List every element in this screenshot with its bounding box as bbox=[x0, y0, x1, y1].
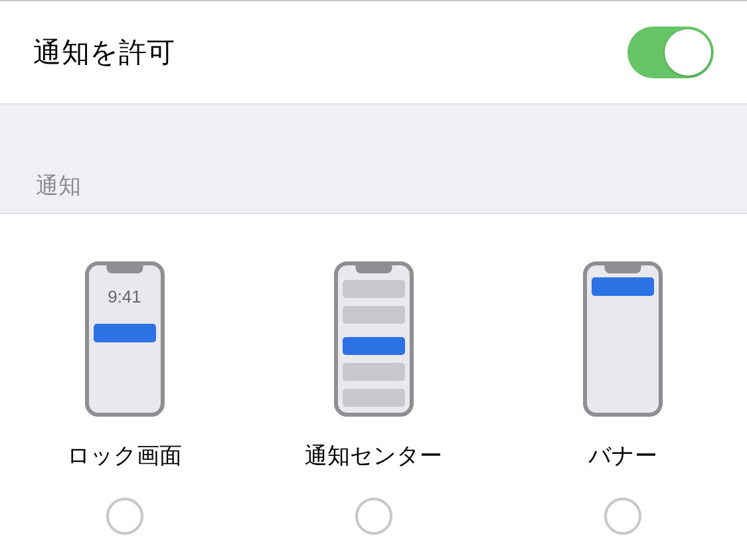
phone-notch-icon bbox=[106, 265, 143, 273]
toggle-knob-icon bbox=[665, 29, 711, 76]
option-label: 通知センター bbox=[305, 441, 442, 471]
notification-bar-icon bbox=[343, 280, 405, 298]
phone-banner-icon bbox=[583, 261, 663, 417]
allow-notifications-toggle[interactable] bbox=[627, 27, 714, 78]
lock-screen-time: 9:41 bbox=[89, 287, 161, 307]
section-header: 通知 bbox=[0, 104, 747, 213]
option-label: ロック画面 bbox=[67, 441, 182, 471]
notification-bar-icon bbox=[343, 363, 405, 381]
allow-notifications-row: 通知を許可 bbox=[0, 1, 747, 104]
option-lock-screen[interactable]: 9:41 ロック画面 bbox=[25, 261, 224, 535]
notification-bar-icon bbox=[343, 389, 405, 407]
notification-bar-icon bbox=[592, 277, 654, 296]
notification-bar-icon bbox=[343, 337, 405, 355]
notification-bar-icon bbox=[343, 306, 405, 324]
phone-notification-center-icon bbox=[334, 261, 414, 417]
phone-notch-icon bbox=[355, 265, 392, 273]
option-lock-screen-selector[interactable] bbox=[106, 498, 143, 535]
option-banner-selector[interactable] bbox=[604, 498, 641, 535]
option-label: バナー bbox=[588, 441, 657, 471]
phone-lock-screen-icon: 9:41 bbox=[85, 261, 165, 417]
allow-notifications-label: 通知を許可 bbox=[33, 34, 175, 71]
option-notification-center-selector[interactable] bbox=[355, 498, 392, 535]
phone-notch-icon bbox=[604, 265, 641, 273]
option-notification-center[interactable]: 通知センター bbox=[274, 261, 473, 535]
section-header-label: 通知 bbox=[36, 171, 81, 201]
option-banner[interactable]: バナー bbox=[523, 261, 722, 535]
notification-bar-icon bbox=[94, 324, 156, 342]
notification-style-options: 9:41 ロック画面 通知センター バナー bbox=[0, 213, 747, 560]
